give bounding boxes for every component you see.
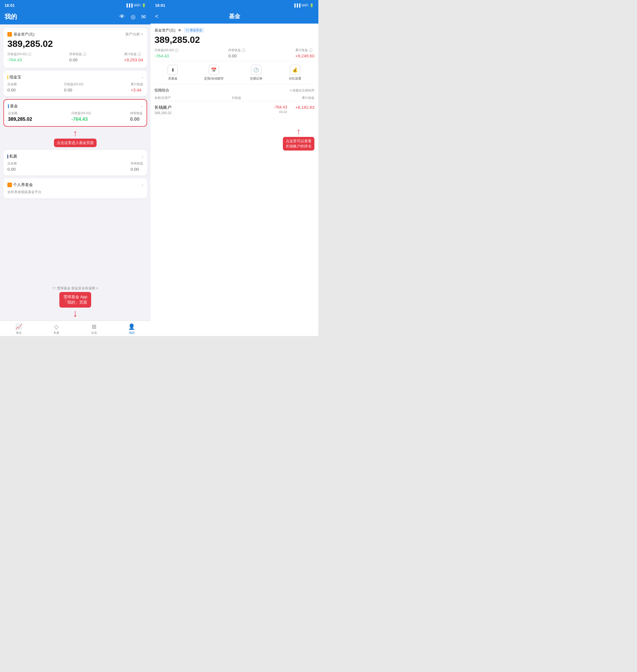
xjb-daily-value: 0.00 xyxy=(64,88,83,92)
fund-assets-amount: 389,285.02 xyxy=(7,39,143,49)
security-text: 雪球基金·资金安全有保障 > xyxy=(57,286,98,291)
simou-title-text: 私募 xyxy=(10,154,17,159)
buy-fund-btn[interactable]: ⬇ 买基金 xyxy=(167,65,178,81)
right-daily-label: 日收益(03-02) i xyxy=(154,48,178,52)
fund-arrow[interactable]: › xyxy=(141,104,143,109)
simou-arrow[interactable]: › xyxy=(142,154,143,159)
fund-row-total: 389,285.02 xyxy=(154,111,221,115)
right-status-bar: 16:01 ▐▐▐ WiFi 🔋 xyxy=(150,0,318,10)
right-status-icons: ▐▐▐ WiFi 🔋 xyxy=(293,3,314,7)
auto-invest-label: 定投/自动跟车 xyxy=(204,76,224,81)
dividend-setting-btn[interactable]: 💰 分红设置 xyxy=(289,65,301,81)
simou-total-value: 0.00 xyxy=(7,167,17,171)
xianjinbao-arrow[interactable]: › xyxy=(142,75,143,79)
simou-total: 总金额 0.00 xyxy=(7,161,17,171)
left-status-icons: ▐▐▐ WiFi 🔋 xyxy=(125,3,146,7)
fund-left-col: 长钱账户 389,285.02 xyxy=(154,105,221,115)
col-cumulative-header: 累计收益 xyxy=(302,96,314,100)
hold-profit-label: 持有收益 i xyxy=(69,52,86,56)
simou-hold-value: 0.00 xyxy=(131,167,143,171)
pension-subtitle: 全民养老税延基金平台 xyxy=(7,190,143,195)
left-header-title: 我的 xyxy=(4,13,17,21)
mine-nav-label: 我的 xyxy=(129,331,134,335)
right-header: < 基金 xyxy=(150,10,318,23)
simou-hold-label: 持有收益 xyxy=(131,161,143,166)
right-hold: 持有收益 i 0.00 xyxy=(228,48,245,58)
auto-invest-btn[interactable]: 📅 定投/自动跟车 xyxy=(204,65,224,81)
fund-row-daily: -764.43 xyxy=(221,105,287,109)
right-title-row: 基金资产(元) 👁 🛡 资金安全 xyxy=(154,28,314,33)
col-name-header: 名称/总资产 xyxy=(154,96,171,100)
col-headers: 名称/总资产 日收益 累计收益 xyxy=(154,95,314,102)
eye-icon[interactable]: 👁 xyxy=(119,13,125,20)
simou-nav-icon: ◇ xyxy=(54,323,58,330)
fund-daily: 日收益(03-02) -764.43 xyxy=(71,111,91,122)
left-content: ~ 基金资产(元) 资产分析 > 389,285.02 日收益(03-02) i… xyxy=(0,24,150,284)
transaction-record-label: 交易记录 xyxy=(250,76,262,81)
simou-header: 私募 › xyxy=(7,154,143,159)
up-arrow-icon: ↑ xyxy=(73,128,77,138)
nav-simou[interactable]: ◇ 私募 xyxy=(38,323,75,335)
nav-mine[interactable]: 👤 我的 xyxy=(113,323,151,335)
pension-title: ~ 个人养老金 xyxy=(7,182,33,187)
fund-assets-card: ~ 基金资产(元) 资产分析 > 389,285.02 日收益(03-02) i… xyxy=(3,28,147,68)
cumulative-profit-value: +9,253.04 xyxy=(124,57,143,62)
auto-invest-icon: 📅 xyxy=(209,65,219,75)
fund-nav-label: 基金 xyxy=(16,331,22,335)
bottom-annotation-area: 🛡 雪球基金·资金安全有保障 > 雪球基金 App 「我的」页面 ↓ xyxy=(0,284,150,321)
bottom-balloon-content: 雪球基金 App 「我的」页面 ↓ xyxy=(59,292,91,319)
right-annotation-content: ↑ 点这里可以查看 长钱账户的持仓 xyxy=(283,127,314,150)
simou-nav-label: 私募 xyxy=(54,331,59,335)
left-time: 16:01 xyxy=(4,3,15,8)
right-info-3: i xyxy=(309,49,312,52)
pension-header: ~ 个人养老金 › xyxy=(7,182,143,187)
fund-badge: ~ xyxy=(7,32,12,37)
fund-row-changqian[interactable]: 长钱账户 389,285.02 -764.43 03-02 +8,182.83 xyxy=(154,102,314,119)
transaction-record-btn[interactable]: 🕐 交易记录 xyxy=(250,65,262,81)
fund-row-name: 长钱账户 xyxy=(154,105,221,110)
right-daily: 日收益(03-02) i -764.43 xyxy=(154,48,178,58)
fund-assets-metrics: 日收益(03-02) i -764.43 持有收益 i 0.00 累计收益 i … xyxy=(7,52,143,62)
bottom-annotation-balloon: 雪球基金 App 「我的」页面 xyxy=(59,292,91,308)
right-time: 16:01 xyxy=(155,3,165,8)
right-cumulative: 累计收益 i +9,249.60 xyxy=(295,48,314,58)
pension-badge: ~ xyxy=(7,183,12,187)
xjb-total: 总金额 0.00 xyxy=(7,82,17,92)
right-annotation-balloon: 点这里可以查看 长钱账户的持仓 xyxy=(283,137,314,150)
right-wifi-icon: WiFi xyxy=(302,3,308,7)
fund-section[interactable]: 基金 › 总金额 389,285.02 日收益(03-02) -764.43 xyxy=(3,99,147,127)
xjb-total-value: 0.00 xyxy=(7,88,17,92)
target-icon[interactable]: ◎ xyxy=(131,13,135,20)
asset-analysis-link[interactable]: 资产分析 > xyxy=(125,32,143,37)
back-button[interactable]: < xyxy=(155,13,159,20)
xianjinbao-metrics: 总金额 0.00 日收益(03-02) 0.00 累计收益 +3.44 xyxy=(7,82,143,92)
left-header: 我的 👁 ◎ ✉ xyxy=(0,10,150,24)
xjb-cumulative-label: 累计收益 xyxy=(131,82,143,86)
pension-arrow[interactable]: › xyxy=(142,183,143,187)
bottom-balloon-wrapper: 雪球基金 App 「我的」页面 ↓ xyxy=(3,292,147,319)
eye-icon-right[interactable]: 👁 xyxy=(178,28,182,33)
xjb-cumulative-value: +3.44 xyxy=(131,88,143,92)
fund-daily-value: -764.43 xyxy=(71,116,91,122)
right-fund-assets-label: 基金资产(元) xyxy=(154,28,176,33)
cumulative-profit-label: 累计收益 i xyxy=(124,52,143,56)
mail-icon[interactable]: ✉ xyxy=(141,13,146,20)
portfolio-section: 投顾组合 ≡ 按最近交易排序 名称/总资产 日收益 累计收益 长钱账户 389,… xyxy=(154,88,314,150)
nav-watchlist[interactable]: ⊞ 自选 xyxy=(75,323,113,335)
sort-label[interactable]: ≡ 按最近交易排序 xyxy=(290,88,314,93)
pension-card[interactable]: ~ 个人养老金 › 全民养老税延基金平台 xyxy=(3,178,147,199)
pension-title-text: 个人养老金 xyxy=(13,182,33,187)
left-phone: 16:01 ▐▐▐ WiFi 🔋 我的 👁 ◎ ✉ ~ xyxy=(0,0,150,336)
fund-total: 总金额 389,285.02 xyxy=(8,111,32,122)
blue-dot xyxy=(8,104,9,108)
portfolio-title: 投顾组合 xyxy=(154,88,169,93)
right-metrics-row: 日收益(03-02) i -764.43 持有收益 i 0.00 累计收益 i … xyxy=(154,48,314,58)
mine-nav-icon: 👤 xyxy=(128,323,135,330)
right-hold-value: 0.00 xyxy=(228,53,245,58)
simou-section: 私募 › 总金额 0.00 持有收益 0.00 xyxy=(3,150,147,176)
col-daily-header: 日收益 xyxy=(232,96,241,100)
portfolio-header: 投顾组合 ≡ 按最近交易排序 xyxy=(154,88,314,93)
nav-fund[interactable]: 📈 基金 xyxy=(0,323,38,335)
fund-title: 基金 xyxy=(8,104,18,109)
fund-annotation-area: ↑ 点击这里进入基金页面 xyxy=(3,128,147,147)
